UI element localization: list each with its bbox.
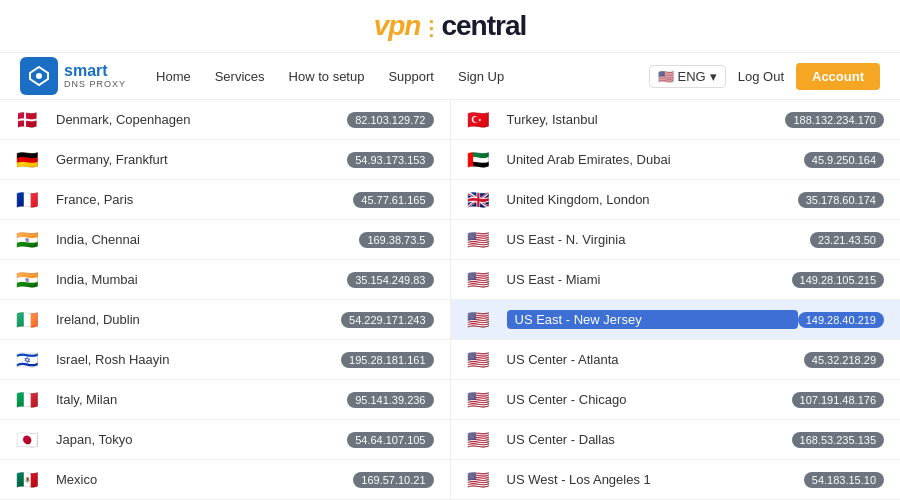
nav-support[interactable]: Support xyxy=(388,69,434,84)
table-row[interactable]: 🇺🇸 US Center - Atlanta 45.32.218.29 xyxy=(451,340,901,380)
server-name: US West - Los Angeles 1 xyxy=(507,472,804,487)
table-row[interactable]: 🇲🇽 Mexico 169.57.10.21 xyxy=(0,460,450,500)
brand-icon xyxy=(20,57,58,95)
table-row[interactable]: 🇫🇷 France, Paris 45.77.61.165 xyxy=(0,180,450,220)
logo-vpn: vpn xyxy=(374,10,421,41)
ip-badge: 168.53.235.135 xyxy=(792,432,884,448)
ip-badge: 195.28.181.161 xyxy=(341,352,433,368)
svg-point-1 xyxy=(36,73,42,79)
nav-services[interactable]: Services xyxy=(215,69,265,84)
ip-badge: 188.132.234.170 xyxy=(785,112,884,128)
server-name: Germany, Frankfurt xyxy=(56,152,347,167)
flag-icon: 🇺🇸 xyxy=(467,430,495,450)
flag-icon: 🇮🇪 xyxy=(16,310,44,330)
flag-icon: 🇲🇽 xyxy=(16,470,44,490)
flag-icon: 🇩🇪 xyxy=(16,150,44,170)
table-row[interactable]: 🇺🇸 US Center - Chicago 107.191.48.176 xyxy=(451,380,901,420)
vpncentral-logo: vpn⋮central xyxy=(374,10,527,42)
ip-badge: 107.191.48.176 xyxy=(792,392,884,408)
flag-us-icon: 🇺🇸 xyxy=(658,69,674,84)
table-row[interactable]: 🇺🇸 US West - Los Angeles 1 54.183.15.10 xyxy=(451,460,901,500)
server-name: Mexico xyxy=(56,472,353,487)
table-row[interactable]: 🇮🇱 Israel, Rosh Haayin 195.28.181.161 xyxy=(0,340,450,380)
flag-icon: 🇺🇸 xyxy=(467,390,495,410)
ip-badge: 35.178.60.174 xyxy=(798,192,884,208)
server-name: Israel, Rosh Haayin xyxy=(56,352,341,367)
server-name: US Center - Atlanta xyxy=(507,352,804,367)
ip-badge: 45.77.61.165 xyxy=(353,192,433,208)
nav-signup[interactable]: Sign Up xyxy=(458,69,504,84)
navbar: smart DNS PROXY Home Services How to set… xyxy=(0,52,900,100)
table-row[interactable]: 🇺🇸 US East - Miami 149.28.105.215 xyxy=(451,260,901,300)
table-row[interactable]: 🇯🇵 Japan, Tokyo 54.64.107.105 xyxy=(0,420,450,460)
table-row[interactable]: 🇬🇧 United Kingdom, London 35.178.60.174 xyxy=(451,180,901,220)
server-name: US East - N. Virginia xyxy=(507,232,810,247)
server-name: United Arab Emirates, Dubai xyxy=(507,152,804,167)
ip-badge: 149.28.105.215 xyxy=(792,272,884,288)
ip-badge: 54.183.15.10 xyxy=(804,472,884,488)
flag-icon: 🇬🇧 xyxy=(467,190,495,210)
ip-badge: 149.28.40.219 xyxy=(798,312,884,328)
table-row[interactable]: 🇺🇸 US Center - Dallas 168.53.235.135 xyxy=(451,420,901,460)
brand-svg xyxy=(28,65,50,87)
lang-button[interactable]: 🇺🇸 ENG ▾ xyxy=(649,65,726,88)
nav-right: 🇺🇸 ENG ▾ Log Out Account xyxy=(649,63,880,90)
ip-badge: 45.9.250.164 xyxy=(804,152,884,168)
table-row[interactable]: 🇩🇰 Denmark, Copenhagen 82.103.129.72 xyxy=(0,100,450,140)
logo-bars: ⋮ xyxy=(421,16,440,40)
ip-badge: 95.141.39.236 xyxy=(347,392,433,408)
server-name: France, Paris xyxy=(56,192,353,207)
flag-icon: 🇫🇷 xyxy=(16,190,44,210)
table-row[interactable]: 🇮🇪 Ireland, Dublin 54.229.171.243 xyxy=(0,300,450,340)
server-name: US Center - Dallas xyxy=(507,432,792,447)
flag-icon: 🇹🇷 xyxy=(467,110,495,130)
table-row[interactable]: 🇺🇸 US East - N. Virginia 23.21.43.50 xyxy=(451,220,901,260)
logout-button[interactable]: Log Out xyxy=(738,69,784,84)
table-row[interactable]: 🇩🇪 Germany, Frankfurt 54.93.173.153 xyxy=(0,140,450,180)
nav-brand: smart DNS PROXY xyxy=(20,57,126,95)
brand-text: smart DNS PROXY xyxy=(64,62,126,89)
flag-icon: 🇺🇸 xyxy=(467,270,495,290)
table-row[interactable]: 🇮🇳 India, Mumbai 35.154.249.83 xyxy=(0,260,450,300)
ip-badge: 54.64.107.105 xyxy=(347,432,433,448)
flag-icon: 🇺🇸 xyxy=(467,230,495,250)
table-row[interactable]: 🇦🇪 United Arab Emirates, Dubai 45.9.250.… xyxy=(451,140,901,180)
server-name: United Kingdom, London xyxy=(507,192,798,207)
server-name: India, Chennai xyxy=(56,232,359,247)
main-content: 🇩🇰 Denmark, Copenhagen 82.103.129.72 🇩🇪 … xyxy=(0,100,900,500)
server-name: US Center - Chicago xyxy=(507,392,792,407)
table-row[interactable]: 🇺🇸 US East - New Jersey 149.28.40.219 xyxy=(451,300,901,340)
ip-badge: 35.154.249.83 xyxy=(347,272,433,288)
table-row[interactable]: 🇮🇳 India, Chennai 169.38.73.5 xyxy=(0,220,450,260)
top-header: vpn⋮central xyxy=(0,0,900,52)
ip-badge: 54.93.173.153 xyxy=(347,152,433,168)
account-button[interactable]: Account xyxy=(796,63,880,90)
flag-icon: 🇺🇸 xyxy=(467,470,495,490)
flag-icon: 🇮🇳 xyxy=(16,270,44,290)
server-name: India, Mumbai xyxy=(56,272,347,287)
brand-dns: DNS PROXY xyxy=(64,80,126,90)
ip-badge: 23.21.43.50 xyxy=(810,232,884,248)
flag-icon: 🇺🇸 xyxy=(467,350,495,370)
server-name: Ireland, Dublin xyxy=(56,312,341,327)
flag-icon: 🇦🇪 xyxy=(467,150,495,170)
lang-label: ENG xyxy=(678,69,706,84)
table-row[interactable]: 🇹🇷 Turkey, Istanbul 188.132.234.170 xyxy=(451,100,901,140)
nav-links: Home Services How to setup Support Sign … xyxy=(156,69,649,84)
flag-icon: 🇯🇵 xyxy=(16,430,44,450)
nav-home[interactable]: Home xyxy=(156,69,191,84)
left-column: 🇩🇰 Denmark, Copenhagen 82.103.129.72 🇩🇪 … xyxy=(0,100,451,500)
flag-icon: 🇮🇱 xyxy=(16,350,44,370)
server-name: US East - New Jersey xyxy=(507,310,798,329)
ip-badge: 169.57.10.21 xyxy=(353,472,433,488)
server-name: Italy, Milan xyxy=(56,392,347,407)
ip-badge: 54.229.171.243 xyxy=(341,312,433,328)
nav-how-to-setup[interactable]: How to setup xyxy=(289,69,365,84)
server-name: US East - Miami xyxy=(507,272,792,287)
ip-badge: 45.32.218.29 xyxy=(804,352,884,368)
brand-smart: smart xyxy=(64,62,126,80)
flag-icon: 🇮🇹 xyxy=(16,390,44,410)
chevron-down-icon: ▾ xyxy=(710,69,717,84)
table-row[interactable]: 🇮🇹 Italy, Milan 95.141.39.236 xyxy=(0,380,450,420)
flag-icon: 🇺🇸 xyxy=(467,310,495,330)
